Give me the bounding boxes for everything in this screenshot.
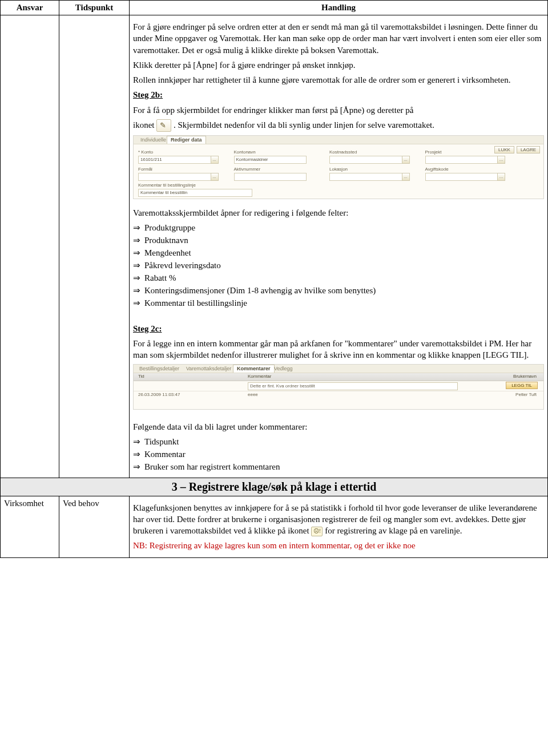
list-item: Kommentar [144, 449, 544, 459]
list-item: Produktnavn [144, 235, 544, 245]
label-avgiftskode: Avgiftskode [425, 167, 498, 172]
cell-tidspunkt-3: Ved behov [59, 496, 130, 557]
label-aktivnummer: Aktivnummer [234, 167, 307, 172]
input-kostnadssted[interactable]: … [329, 156, 402, 164]
comment-timestamp: 26.03.2009 11:03:47 [138, 392, 180, 397]
intro-paragraph-1: For å gjøre endringer på selve ordren et… [133, 21, 544, 56]
comment-text: eeee [248, 392, 258, 397]
input-lokasjon[interactable]: … [329, 173, 402, 181]
list-item: Påkrevd leveringsdato [144, 260, 544, 270]
cell-handling-2: For å gjøre endringer på selve ordren et… [130, 15, 548, 478]
label-prosjekt: Prosjekt [425, 149, 498, 155]
list-item: Tidspunkt [144, 436, 544, 447]
tab-attachments[interactable]: Vedlegg [271, 365, 296, 372]
section-3-header: 3 – Registrere klage/søk på klage i ette… [1, 478, 548, 496]
col-header-tidspunkt: Tidspunkt [59, 1, 130, 15]
tab-order-details[interactable]: Bestillingsdetaljer [136, 365, 183, 372]
input-prosjekt[interactable]: … [425, 156, 498, 164]
section-3-title: 3 – Registrere klage/søk på klage i ette… [4, 480, 544, 494]
editable-fields-list: Produktgruppe Produktnavn Mengdeenhet På… [133, 223, 544, 308]
input-konto[interactable]: 16101/211… [138, 156, 211, 164]
dropdown-icon[interactable]: … [497, 173, 505, 181]
list-item: Bruker som har registrert kommentaren [144, 462, 544, 472]
add-comment-button[interactable]: LEGG TIL [506, 382, 538, 389]
list-item: Kommentar til bestillingslinje [144, 298, 544, 308]
list-item: Konteringsdimensjoner (Dim 1-8 avhengig … [144, 285, 544, 296]
intro-paragraph-3: Rollen innkjøper har rettigheter til å k… [133, 74, 544, 86]
label-formal: Formål [138, 167, 211, 172]
complaint-paragraph: Klagefunksjonen benyttes av innkjøpere f… [133, 502, 544, 537]
save-button[interactable]: LAGRE [517, 146, 540, 153]
step-2c-text: For å legge inn en intern kommentar går … [133, 338, 544, 361]
cell-ansvar-3: Virksomhet [1, 496, 59, 557]
input-aktivnummer[interactable] [234, 173, 307, 181]
input-kontonavn[interactable]: Kontormaskiner [234, 156, 307, 164]
cell-handling-3: Klagefunksjonen benyttes av innkjøpere f… [130, 496, 548, 557]
step-2b-text-2: ikonet . Skjermbildet nedenfor vil da bl… [133, 119, 544, 132]
edit-icon[interactable] [156, 119, 171, 132]
col-brukernavn: Brukernavn [513, 374, 537, 379]
dropdown-icon[interactable]: … [211, 173, 219, 181]
label-lokasjon: Lokasjon [329, 167, 402, 172]
section-3-header-row: 3 – Registrere klage/søk på klage i ette… [1, 478, 548, 496]
screenshot-comments: Bestillingsdetaljer Varemottaksdetaljer … [133, 364, 544, 410]
header-row: Ansvar Tidspunkt Handling [1, 1, 548, 15]
comment-user: Petter Tuft [515, 392, 537, 397]
list-item: Rabatt % [144, 273, 544, 283]
editable-fields-intro: Varemottaksskjermbildet åpner for redige… [133, 207, 544, 219]
dropdown-icon[interactable]: … [402, 173, 410, 181]
input-avgiftskode[interactable]: … [425, 173, 498, 181]
list-item: Mengdeenhet [144, 248, 544, 258]
tab-receipt-details[interactable]: Varemottaksdetaljer [183, 365, 235, 372]
dropdown-icon[interactable]: … [211, 156, 219, 164]
tab-edit-data[interactable]: Rediger data [167, 136, 206, 144]
col-header-ansvar: Ansvar [1, 1, 59, 15]
label-konto: * Konto [138, 149, 211, 155]
list-item: Produktgruppe [144, 223, 544, 233]
dropdown-icon[interactable]: … [402, 156, 410, 164]
stored-intro: Følgende data vil da bli lagret under ko… [133, 421, 544, 432]
screenshot-edit-data: Individuelle varer Rediger data LUKK LAG… [133, 135, 544, 199]
label-kostnadssted: Kostnadssted [329, 149, 402, 155]
step-row-2: For å gjøre endringer på selve ordren et… [1, 15, 548, 478]
dropdown-icon[interactable]: … [497, 156, 505, 164]
step-2b-heading: Steg 2b: [133, 89, 544, 100]
label-kommentar: Kommentar til bestillingslinje [138, 183, 252, 188]
stored-fields-list: Tidspunkt Kommentar Bruker som har regis… [133, 436, 544, 472]
step-2c-heading: Steg 2c: [133, 323, 544, 334]
procedure-table: Ansvar Tidspunkt Handling For å gjøre en… [0, 0, 548, 558]
cell-tidspunkt-2 [59, 15, 130, 478]
label-kontonavn: Kontonavn [234, 149, 307, 155]
step-row-3: Virksomhet Ved behov Klagefunksjonen ben… [1, 496, 548, 557]
intro-paragraph-2: Klikk deretter på [Åpne] for å gjøre end… [133, 59, 544, 71]
cell-ansvar-2 [1, 15, 59, 478]
input-kommentar[interactable]: Kommentar til besstillin [138, 189, 252, 197]
tab-comments[interactable]: Kommentarer [233, 365, 275, 373]
col-kommentar: Kommentar [248, 374, 271, 379]
step-2b-text-1: For å få opp skjermbildet for endringer … [133, 104, 544, 116]
col-header-handling: Handling [130, 1, 548, 15]
col-tid: Tid [138, 374, 144, 379]
input-formal[interactable]: … [138, 173, 211, 181]
complaint-icon[interactable]: ☹! [311, 527, 323, 536]
comment-input[interactable]: Dette er fint. Kva ordner besstillt [248, 382, 458, 390]
nb-warning: NB: Registrering av klage lagres kun som… [133, 540, 544, 551]
